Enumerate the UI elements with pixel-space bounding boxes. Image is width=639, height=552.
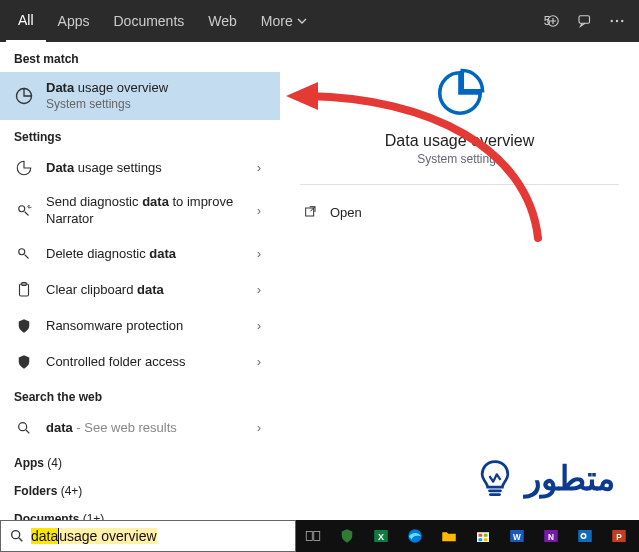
shield-icon	[14, 316, 34, 336]
taskbar-app-explorer[interactable]	[432, 520, 466, 552]
taskbar-app-edge[interactable]	[398, 520, 432, 552]
results-area: Best match Data usage overview System se…	[0, 42, 639, 520]
settings-item-send-diagnostic[interactable]: Send diagnostic data to improve Narrator…	[0, 186, 280, 236]
chevron-down-icon	[297, 16, 307, 26]
svg-point-9	[19, 423, 27, 431]
tab-more[interactable]: More	[249, 0, 319, 42]
feedback-icon	[14, 201, 34, 221]
group-apps[interactable]: Apps (4)	[0, 446, 280, 474]
settings-header: Settings	[0, 120, 280, 150]
chevron-right-icon: ›	[252, 247, 266, 261]
web-result-label: data - See web results	[46, 420, 240, 437]
edge-icon	[406, 527, 424, 545]
pie-chart-icon	[433, 66, 487, 124]
svg-rect-1	[579, 16, 590, 24]
open-action[interactable]: Open	[300, 197, 619, 227]
svg-point-6	[19, 249, 25, 255]
taskbar: data usage overview X W N P	[0, 520, 639, 552]
taskbar-app-word[interactable]: W	[500, 520, 534, 552]
powerpoint-icon: P	[610, 527, 628, 545]
svg-text:P: P	[616, 533, 622, 542]
svg-rect-13	[306, 532, 312, 541]
chevron-right-icon: ›	[252, 161, 266, 175]
best-match-result[interactable]: Data usage overview System settings	[0, 72, 280, 120]
settings-item-label: Delete diagnostic data	[46, 246, 240, 263]
svg-point-3	[616, 20, 618, 22]
tab-apps[interactable]: Apps	[46, 0, 102, 42]
taskbar-app-store[interactable]	[466, 520, 500, 552]
rewards-button[interactable]: 5	[537, 5, 569, 37]
preview-pane: Data usage overview System settings Open	[280, 42, 639, 520]
svg-point-4	[621, 20, 623, 22]
settings-item-label: Ransomware protection	[46, 318, 240, 335]
pie-chart-icon	[14, 86, 34, 106]
preview-subtitle: System settings	[417, 152, 502, 166]
svg-point-5	[19, 206, 25, 212]
settings-item-label: Controlled folder access	[46, 354, 240, 371]
clipboard-icon	[14, 280, 34, 300]
svg-point-29	[582, 535, 585, 538]
word-icon: W	[508, 527, 526, 545]
web-result[interactable]: data - See web results ›	[0, 410, 280, 446]
task-view-button[interactable]	[296, 520, 330, 552]
settings-item-controlled-folder[interactable]: Controlled folder access ›	[0, 344, 280, 380]
settings-item-label: Data usage settings	[46, 160, 240, 177]
best-match-text: Data usage overview System settings	[46, 80, 266, 112]
group-documents[interactable]: Documents (1+)	[0, 502, 280, 520]
outlook-icon	[576, 527, 594, 545]
taskbar-app-excel[interactable]: X	[364, 520, 398, 552]
tab-documents[interactable]: Documents	[101, 0, 196, 42]
search-icon	[14, 418, 34, 438]
ellipsis-icon	[608, 12, 626, 30]
svg-text:X: X	[378, 532, 384, 542]
settings-item-ransomware[interactable]: Ransomware protection ›	[0, 308, 280, 344]
svg-point-12	[12, 531, 20, 539]
settings-item-data-usage[interactable]: Data usage settings ›	[0, 150, 280, 186]
store-icon	[474, 527, 492, 545]
feedback-icon	[14, 244, 34, 264]
svg-rect-22	[484, 538, 488, 541]
chevron-right-icon: ›	[252, 355, 266, 369]
group-folders[interactable]: Folders (4+)	[0, 474, 280, 502]
results-list: Best match Data usage overview System se…	[0, 42, 280, 520]
task-view-icon	[304, 527, 322, 545]
search-input[interactable]: data usage overview	[31, 528, 287, 544]
options-button[interactable]	[601, 5, 633, 37]
svg-rect-21	[479, 538, 483, 541]
svg-point-2	[611, 20, 613, 22]
pie-chart-icon	[14, 158, 34, 178]
tab-all[interactable]: All	[6, 0, 46, 42]
settings-item-label: Send diagnostic data to improve Narrator	[46, 194, 240, 228]
taskbar-app-security[interactable]	[330, 520, 364, 552]
best-match-header: Best match	[0, 42, 280, 72]
chevron-right-icon: ›	[252, 319, 266, 333]
shield-icon	[14, 352, 34, 372]
open-label: Open	[330, 205, 362, 220]
chevron-right-icon: ›	[252, 204, 266, 218]
svg-text:N: N	[548, 533, 554, 542]
shield-icon	[338, 527, 356, 545]
taskbar-icons: X W N P	[296, 520, 636, 552]
taskbar-app-powerpoint[interactable]: P	[602, 520, 636, 552]
settings-item-clear-clipboard[interactable]: Clear clipboard data ›	[0, 272, 280, 308]
svg-rect-20	[484, 534, 488, 537]
taskbar-app-onenote[interactable]: N	[534, 520, 568, 552]
chevron-right-icon: ›	[252, 283, 266, 297]
folder-icon	[440, 527, 458, 545]
search-web-header: Search the web	[0, 380, 280, 410]
excel-icon: X	[372, 527, 390, 545]
feedback-button[interactable]	[569, 5, 601, 37]
preview-title: Data usage overview	[385, 132, 534, 150]
tab-web[interactable]: Web	[196, 0, 249, 42]
tab-more-label: More	[261, 13, 293, 29]
svg-rect-19	[479, 534, 483, 537]
svg-text:W: W	[513, 533, 521, 542]
taskbar-app-outlook[interactable]	[568, 520, 602, 552]
search-icon	[9, 528, 25, 544]
trophy-icon	[544, 12, 562, 30]
svg-rect-14	[314, 532, 320, 541]
settings-item-delete-diagnostic[interactable]: Delete diagnostic data ›	[0, 236, 280, 272]
feedback-icon	[576, 12, 594, 30]
taskbar-search[interactable]: data usage overview	[0, 520, 296, 552]
settings-item-label: Clear clipboard data	[46, 282, 240, 299]
